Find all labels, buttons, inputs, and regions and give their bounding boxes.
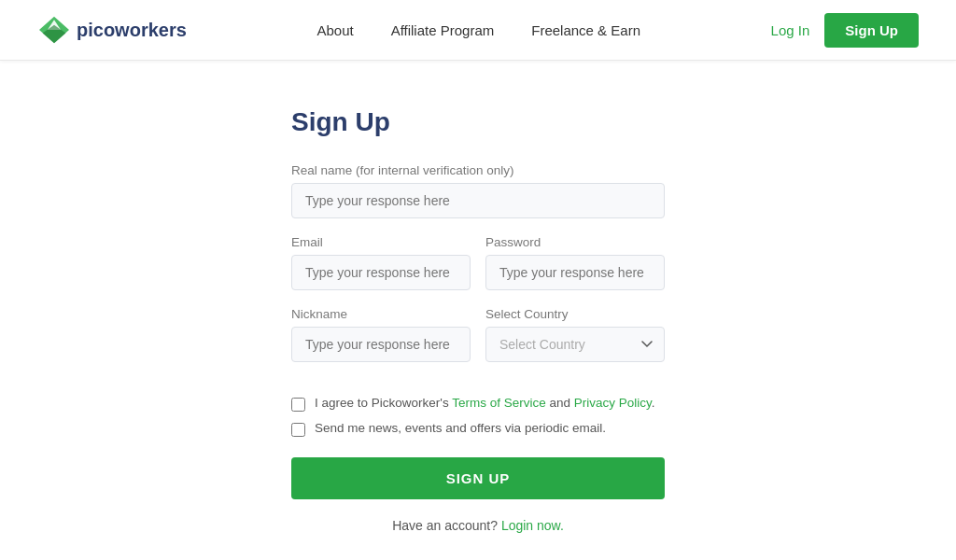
email-input[interactable] <box>291 255 471 290</box>
terms-checkbox-row[interactable]: I agree to Pickoworker's Terms of Servic… <box>291 396 665 412</box>
country-select[interactable]: Select Country United States United King… <box>485 327 665 362</box>
checkboxes-section: I agree to Pickoworker's Terms of Servic… <box>291 396 665 437</box>
nickname-country-row: Nickname Select Country Select Country U… <box>291 307 665 379</box>
news-checkbox[interactable] <box>291 423 305 437</box>
login-prompt-text: Have an account? <box>392 518 498 533</box>
nav-links: About Affiliate Program Freelance & Earn <box>316 22 640 38</box>
terms-link[interactable]: Terms of Service <box>452 396 546 410</box>
terms-label: I agree to Pickoworker's Terms of Servic… <box>315 396 655 410</box>
main-content: Sign Up Real name (for internal verifica… <box>0 61 956 560</box>
real-name-input[interactable] <box>291 183 665 218</box>
nickname-input[interactable] <box>291 327 471 362</box>
password-label: Password <box>485 235 665 249</box>
country-field: Select Country Select Country United Sta… <box>485 307 665 362</box>
password-input[interactable] <box>485 255 665 290</box>
terms-checkbox[interactable] <box>291 398 305 412</box>
email-field: Email <box>291 235 471 290</box>
news-label: Send me news, events and offers via peri… <box>315 421 606 435</box>
real-name-field: Real name (for internal verification onl… <box>291 163 665 218</box>
logo-icon <box>37 15 71 45</box>
real-name-label: Real name (for internal verification onl… <box>291 163 665 177</box>
news-checkbox-row[interactable]: Send me news, events and offers via peri… <box>291 421 665 437</box>
signup-nav-button[interactable]: Sign Up <box>824 13 919 48</box>
login-prompt: Have an account? Login now. <box>291 518 665 533</box>
nav-freelance[interactable]: Freelance & Earn <box>531 22 640 38</box>
nav-actions: Log In Sign Up <box>771 13 919 48</box>
form-title: Sign Up <box>291 107 665 137</box>
nickname-label: Nickname <box>291 307 471 321</box>
signup-form-container: Sign Up Real name (for internal verifica… <box>291 107 665 533</box>
login-now-link[interactable]: Login now. <box>501 518 564 533</box>
password-field: Password <box>485 235 665 290</box>
email-password-row: Email Password <box>291 235 665 307</box>
privacy-link[interactable]: Privacy Policy <box>574 396 652 410</box>
login-button[interactable]: Log In <box>771 22 810 38</box>
signup-submit-button[interactable]: SIGN UP <box>291 457 665 499</box>
logo[interactable]: picoworkers <box>37 15 187 45</box>
email-label: Email <box>291 235 471 249</box>
nav-affiliate[interactable]: Affiliate Program <box>391 22 495 38</box>
logo-text: picoworkers <box>77 20 187 41</box>
nickname-field: Nickname <box>291 307 471 362</box>
country-label: Select Country <box>485 307 665 321</box>
nav-about[interactable]: About <box>316 22 353 38</box>
navbar: picoworkers About Affiliate Program Free… <box>0 0 956 61</box>
